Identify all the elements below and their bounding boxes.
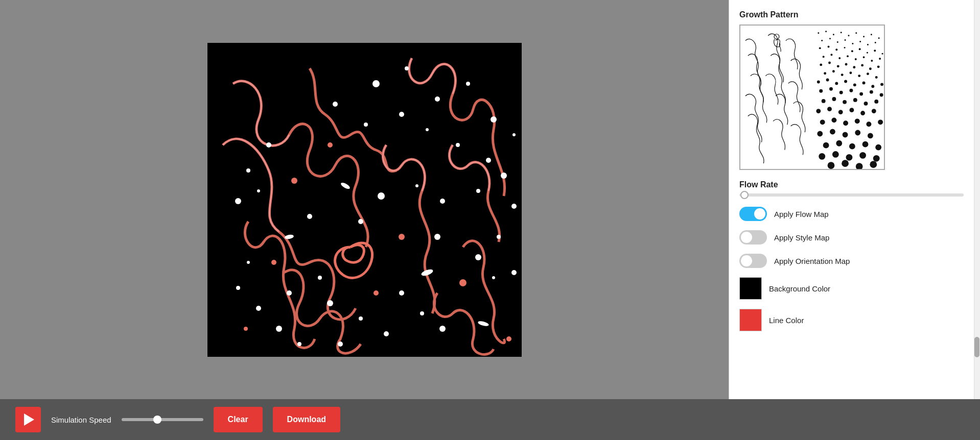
download-button[interactable]: Download [273,407,340,432]
svg-point-5 [491,116,497,123]
svg-point-41 [287,290,292,296]
svg-point-130 [849,108,854,112]
svg-point-96 [861,64,864,66]
svg-point-127 [816,109,821,113]
svg-point-157 [870,161,877,168]
svg-point-120 [880,93,883,97]
svg-point-152 [859,152,866,159]
growth-pattern-box[interactable] [739,25,885,170]
line-color-swatch[interactable] [739,309,762,331]
right-panel: Growth Pattern [729,0,974,399]
svg-point-99 [824,72,826,75]
svg-point-43 [327,300,333,306]
play-button[interactable] [15,407,41,432]
svg-point-10 [364,123,368,127]
svg-point-53 [271,260,276,265]
apply-orientation-map-row: Apply Orientation Map [739,254,964,268]
svg-point-112 [871,85,874,88]
svg-point-143 [868,133,873,139]
svg-point-14 [476,189,480,193]
svg-point-68 [837,41,838,43]
svg-point-150 [832,151,839,158]
svg-point-50 [399,234,405,240]
svg-point-36 [276,326,282,332]
bottom-bar: Simulation Speed Clear Download [0,399,980,440]
svg-point-31 [420,311,424,315]
svg-rect-0 [207,43,522,357]
flow-rate-slider[interactable] [739,193,964,197]
apply-style-map-toggle[interactable] [739,230,767,245]
svg-point-27 [257,189,260,192]
svg-point-55 [244,327,248,331]
play-icon [24,413,34,426]
svg-point-74 [819,47,821,49]
svg-point-145 [836,140,842,146]
svg-point-139 [817,131,823,137]
svg-point-109 [844,80,847,83]
svg-point-126 [874,100,878,104]
svg-point-3 [435,96,440,102]
svg-point-91 [820,63,822,66]
apply-flow-map-toggle[interactable] [739,207,767,221]
svg-point-6 [399,112,404,117]
svg-point-129 [838,110,843,114]
svg-point-113 [880,83,883,86]
svg-point-118 [859,92,863,96]
apply-style-map-knob [741,232,752,243]
svg-point-12 [512,133,516,136]
svg-point-107 [826,79,829,82]
flow-rate-label: Flow Rate [739,180,964,189]
svg-point-13 [501,173,507,179]
apply-flow-map-row: Apply Flow Map [739,207,964,221]
svg-point-63 [863,36,865,37]
main-area: Growth Pattern [0,0,980,399]
svg-point-101 [841,74,844,76]
sim-speed-label: Simulation Speed [51,415,111,424]
svg-point-28 [307,214,312,219]
svg-point-141 [843,132,848,138]
svg-point-122 [832,97,836,101]
background-color-row: Background Color [739,277,964,300]
svg-point-146 [849,143,855,150]
apply-flow-map-label: Apply Flow Map [774,210,829,218]
apply-orientation-map-toggle[interactable] [739,254,767,268]
speed-slider[interactable] [122,418,203,421]
svg-point-69 [845,39,846,41]
svg-point-108 [835,82,838,85]
svg-point-2 [405,66,409,70]
svg-point-1 [372,80,380,87]
svg-rect-56 [740,26,884,169]
svg-point-103 [858,75,860,77]
svg-point-48 [291,178,297,184]
background-color-swatch[interactable] [739,277,762,300]
scrollbar-thumb[interactable] [974,337,979,357]
svg-point-18 [497,235,501,239]
svg-point-11 [486,158,491,163]
svg-point-138 [878,119,883,125]
svg-point-52 [506,336,511,341]
svg-point-144 [823,142,829,149]
svg-point-142 [855,130,860,136]
svg-point-60 [841,32,842,33]
svg-point-61 [848,35,850,36]
speed-slider-thumb[interactable] [153,415,161,424]
svg-point-93 [837,65,839,67]
svg-point-57 [818,32,819,34]
clear-button[interactable]: Clear [214,407,263,432]
apply-flow-map-knob [754,208,765,219]
svg-point-134 [831,117,836,123]
svg-point-81 [874,50,876,52]
line-color-label: Line Color [769,316,804,325]
svg-point-71 [859,41,861,42]
svg-point-149 [819,153,825,160]
svg-point-148 [875,144,881,151]
svg-point-105 [875,76,878,79]
svg-point-42 [318,276,322,280]
svg-point-23 [358,219,363,224]
flow-rate-thumb[interactable] [740,191,749,199]
scrollbar-area[interactable] [974,0,980,399]
svg-point-151 [846,154,853,161]
svg-point-51 [459,279,466,286]
svg-point-88 [863,56,865,58]
svg-point-116 [839,91,843,94]
